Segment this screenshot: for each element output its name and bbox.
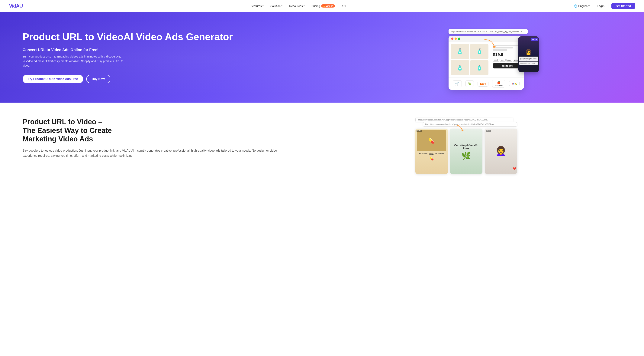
section2-title: Product URL to Video –The Easiest Way to… [22,118,292,143]
product-image-4: 🧴 [470,60,488,75]
nav-resources[interactable]: Resources ▾ [289,4,305,8]
video-caption: I am an indispensable pair of shoes in m… [519,57,524,62]
chevron-icon: ▾ [281,5,282,7]
section2-description: Say goodbye to tedious video production.… [22,148,292,158]
ebay-logo[interactable]: ebay [509,81,520,86]
card-body: 🧴 🧴 🧴 🧴 [448,42,524,78]
nav-center: Features ▾ Solution ▾ Resources ▾ Pricin… [251,4,346,8]
hero-buttons: Try Product URL to Video Ads Free Buy No… [22,75,316,83]
title-line [493,45,519,46]
navbar: VidAU Features ▾ Solution ▾ Resources ▾ … [0,0,644,12]
product-title-lines [493,45,522,51]
minimize-dot [454,38,457,40]
hero-title: Product URL to VideoAI Video Ads Generat… [22,31,316,43]
url-bar: https://www.amazon.com/dp/B0B2K4751T?ref… [448,29,528,34]
demo-screenshots: https://item.taobao.com/item.htm?app=chr… [416,118,513,182]
size-80ml[interactable]: 80ml [506,59,512,62]
section2: Product URL to Video –The Easiest Way to… [0,103,644,197]
demo-url-bar-1: https://item.taobao.com/item.htm?app=chr… [416,118,513,122]
platform-logos: 🛒 🛍 Etsy 🍎 App Store ebay [448,78,524,90]
hero-subtitle: Convert URL to Video Ads Online for Free… [22,48,316,52]
video-preview: 👩 I am an indispensable pair of shoes in… [518,36,524,72]
close-dot [451,38,454,40]
demo-timecode-3: 09:52 [486,130,491,132]
hero-right: https://www.amazon.com/dp/B0B2K4751T?ref… [341,25,635,90]
buy-now-button[interactable]: Buy Now [86,75,110,83]
product-card-container: https://www.amazon.com/dp/B0B2K4751T?ref… [448,29,528,90]
logo[interactable]: VidAU [9,3,23,9]
hero-left: Product URL to VideoAI Video Ads Generat… [22,31,316,84]
amazon-logo[interactable]: 🛒 [453,80,462,87]
demo-card2-text: Các sản phẩm sức khỏe [450,142,482,152]
size-30ml[interactable]: 30ml [493,59,499,62]
demo-card1-text: DIETARY SUPPLEMENT FOR MEN AND WOMEN [417,152,446,156]
discount-badge: 🔥 50% off [321,4,335,8]
size-options: 30ml 50ml 80ml 120ml [493,59,522,62]
product-image-3: 🧴 [451,60,469,75]
demo-video-row: 💊 DIETARY SUPPLEMENT FOR MEN AND WOMEN 💊… [416,129,517,174]
nav-right: 🌐 English ▾ Login Get Started [574,3,635,9]
product-image-2: 🧴 [470,44,488,59]
section2-left: Product URL to Video –The Easiest Way to… [22,118,292,158]
title-line [493,47,513,49]
video-person-area: 👩 [518,36,524,56]
title-line [493,49,507,51]
appstore-logo[interactable]: 🍎 App Store [492,80,505,87]
nav-solution[interactable]: Solution ▾ [270,4,282,8]
shopify-logo[interactable]: 🛍 [466,80,474,87]
product-price: $19.9 [493,52,522,57]
hero-section: Product URL to VideoAI Video Ads Generat… [0,12,644,103]
chevron-icon: ▾ [262,5,264,7]
demo-timecode-1: 09:52 [416,130,422,132]
etsy-logo[interactable]: Etsy [478,81,488,87]
maximize-dot [458,38,460,40]
size-50ml[interactable]: 50ml [500,59,506,62]
login-button[interactable]: Login [593,3,608,9]
nav-features[interactable]: Features ▾ [251,4,264,8]
demo-video-2: Các sản phẩm sức khỏe 🌿 [450,129,482,174]
product-card: 🧴 🧴 🧴 🧴 [448,36,524,90]
demo-url-bar-2: https://item.taobao.com/item.htm?app=chr… [423,122,517,126]
get-started-button[interactable]: Get Started [612,3,635,9]
hero-description: Turn your product URL into Engaging vide… [22,54,124,68]
chevron-icon: ▾ [304,5,305,7]
language-selector[interactable]: 🌐 English ▾ [574,4,590,8]
video-caption-2: Comfort is very much a feeling [519,62,524,65]
demo-video-1: 💊 DIETARY SUPPLEMENT FOR MEN AND WOMEN 💊… [416,129,448,174]
browser-bar [448,36,524,42]
globe-icon: 🌐 [574,4,578,8]
nav-api[interactable]: API [342,4,346,8]
product-image-1: 🧴 [451,44,469,59]
demo-video-3: 👩‍🦱 09:52 ❤️ [485,129,517,174]
try-free-button[interactable]: Try Product URL to Video Ads Free [22,75,83,83]
product-images: 🧴 🧴 🧴 🧴 [448,42,491,78]
add-to-cart-button[interactable]: add to cart [493,63,522,68]
section2-right: https://item.taobao.com/item.htm?app=chr… [307,118,622,182]
nav-pricing[interactable]: Pricing 🔥 50% off [312,4,335,8]
demo-heart: ❤️ [513,167,516,170]
chevron-icon: ▾ [588,4,590,8]
